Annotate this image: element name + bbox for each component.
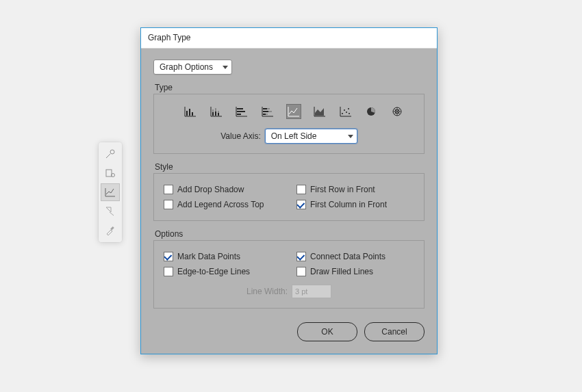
pie-graph-icon[interactable]: [364, 104, 379, 119]
add-drop-shadow-checkbox[interactable]: Add Drop Shadow: [164, 185, 294, 194]
options-group: Mark Data Points Connect Data Points Edg…: [153, 240, 425, 309]
dialog-button-row: OK Cancel: [153, 322, 425, 341]
value-axis-row: Value Axis: On Left Side: [161, 129, 417, 144]
stacked-bar-graph-icon[interactable]: [260, 104, 275, 119]
svg-marker-22: [315, 108, 324, 116]
svg-rect-8: [212, 109, 214, 112]
value-axis-label: Value Axis:: [220, 131, 260, 141]
dialog-body: Graph Options Type: [141, 49, 437, 354]
line-graph-tool[interactable]: [101, 183, 120, 201]
eyedropper-tool[interactable]: [101, 222, 120, 239]
slice-tool[interactable]: [101, 202, 120, 220]
svg-point-24: [344, 109, 345, 111]
svg-rect-19: [268, 111, 272, 112]
stacked-column-graph-icon[interactable]: [209, 104, 224, 119]
svg-rect-4: [186, 111, 188, 116]
line-graph-icon[interactable]: [286, 104, 301, 119]
style-group: Add Drop Shadow First Row in Front Add L…: [153, 173, 425, 221]
perspective-grid-tool[interactable]: [101, 164, 120, 182]
poll-tool[interactable]: [101, 145, 120, 163]
line-width-row: Line Width: 3 pt: [161, 285, 417, 298]
svg-rect-13: [237, 108, 243, 109]
svg-rect-1: [106, 170, 112, 177]
style-section-label: Style: [155, 162, 425, 172]
svg-point-23: [342, 113, 343, 114]
mark-data-points-checkbox[interactable]: Mark Data Points: [164, 252, 294, 261]
tools-side-palette[interactable]: [99, 142, 122, 242]
area-graph-icon[interactable]: [312, 104, 327, 119]
svg-rect-6: [192, 112, 193, 116]
chevron-down-icon: [348, 135, 353, 138]
first-row-in-front-checkbox[interactable]: First Row in Front: [296, 185, 414, 194]
options-section-label: Options: [155, 229, 425, 239]
add-legend-across-top-checkbox[interactable]: Add Legend Across Top: [164, 200, 294, 209]
radar-graph-icon[interactable]: [390, 104, 405, 119]
connect-data-points-checkbox[interactable]: Connect Data Points: [296, 252, 414, 261]
bar-graph-icon[interactable]: [235, 104, 250, 119]
svg-point-26: [348, 108, 349, 109]
svg-rect-12: [218, 111, 219, 113]
column-graph-icon[interactable]: [183, 104, 198, 119]
category-select[interactable]: Graph Options: [153, 60, 232, 75]
ok-button[interactable]: OK: [297, 322, 357, 341]
first-column-in-front-checkbox[interactable]: First Column in Front: [296, 200, 414, 209]
type-group: Value Axis: On Left Side: [153, 94, 425, 154]
svg-point-27: [349, 113, 350, 114]
svg-point-0: [110, 150, 114, 154]
scatter-graph-icon[interactable]: [338, 104, 353, 119]
svg-rect-21: [266, 114, 268, 115]
category-select-value: Graph Options: [160, 62, 213, 72]
dialog-title: Graph Type: [141, 28, 437, 49]
graph-type-icons: [161, 101, 417, 126]
type-section-label: Type: [155, 83, 425, 92]
svg-rect-17: [267, 108, 270, 109]
svg-rect-10: [215, 108, 216, 112]
svg-rect-5: [189, 109, 190, 116]
graph-type-dialog: Graph Type Graph Options Type: [140, 27, 438, 354]
chevron-down-icon: [223, 66, 228, 69]
edge-to-edge-lines-checkbox[interactable]: Edge-to-Edge Lines: [164, 267, 294, 276]
svg-rect-14: [237, 111, 245, 112]
value-axis-select[interactable]: On Left Side: [265, 129, 357, 144]
line-width-input: 3 pt: [292, 285, 331, 298]
svg-point-25: [346, 112, 347, 113]
svg-rect-15: [237, 114, 241, 115]
line-width-label: Line Width:: [246, 287, 288, 296]
cancel-button[interactable]: Cancel: [364, 322, 425, 341]
value-axis-value: On Left Side: [271, 131, 317, 141]
draw-filled-lines-checkbox[interactable]: Draw Filled Lines: [296, 267, 414, 276]
